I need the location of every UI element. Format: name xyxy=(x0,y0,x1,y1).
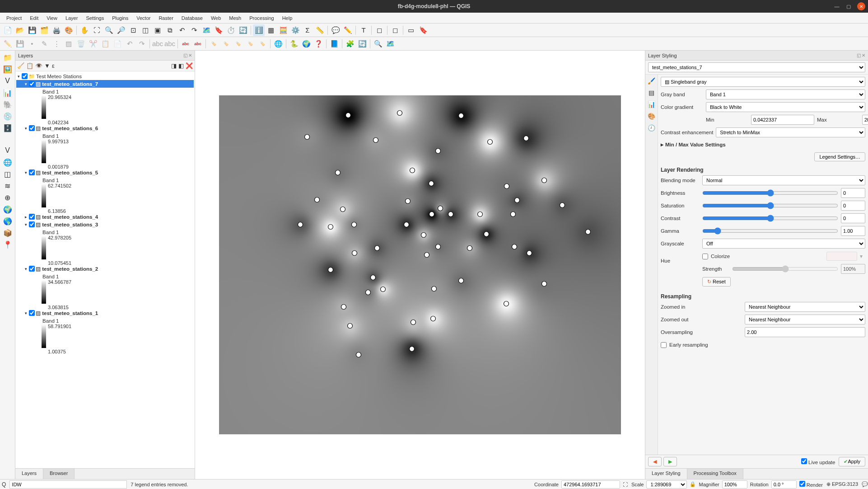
table-icon[interactable]: ▦ xyxy=(265,24,277,36)
style-preset-icon[interactable]: 🧹 xyxy=(17,61,24,71)
zoomed-in-select[interactable]: Nearest Neighbour xyxy=(745,302,865,312)
select-value-icon[interactable]: 🔖 xyxy=(417,24,429,36)
brightness-input[interactable] xyxy=(841,188,865,198)
pan-icon[interactable]: ✋ xyxy=(79,24,90,36)
manage-visibility-icon[interactable]: 👁️ xyxy=(35,61,42,71)
locator-search-input[interactable] xyxy=(9,480,127,489)
tab-layer-styling[interactable]: Layer Styling xyxy=(645,469,687,479)
menu-edit[interactable]: Edit xyxy=(26,14,42,22)
temporal-icon[interactable]: ⏱️ xyxy=(225,24,237,36)
osm2-icon[interactable]: 🗺️ xyxy=(384,38,396,50)
add-wfs-icon[interactable]: ⊕ xyxy=(2,193,14,202)
map-canvas[interactable] xyxy=(195,51,645,479)
histogram-tab-icon[interactable]: 📊 xyxy=(647,100,656,109)
statistics-icon[interactable]: Σ xyxy=(302,24,313,36)
add-gpkg-icon[interactable]: 📦 xyxy=(2,228,14,238)
map-tips-icon[interactable]: 💬 xyxy=(330,24,341,36)
label-y1-icon[interactable]: 🏷️ xyxy=(208,38,219,50)
menu-vector[interactable]: Vector xyxy=(133,14,154,22)
save-project-icon[interactable]: 💾 xyxy=(26,24,38,36)
remove-layer-icon[interactable]: ❌ xyxy=(186,61,193,71)
max-input[interactable] xyxy=(862,115,868,125)
add-arcgis-icon[interactable]: 🌎 xyxy=(2,216,14,226)
deselect-icon[interactable]: ◻ xyxy=(389,24,401,36)
zoom-in-icon[interactable]: 🔍 xyxy=(103,24,115,36)
filter-expr-icon[interactable]: ε xyxy=(52,61,55,71)
scale-select[interactable]: 1:289069 xyxy=(646,480,687,489)
style-forward-button[interactable]: ▶ xyxy=(663,457,677,466)
tab-processing-toolbox[interactable]: Processing Toolbox xyxy=(687,469,743,479)
abc-deselect-icon[interactable]: abc xyxy=(164,38,176,50)
tab-browser[interactable]: Browser xyxy=(43,469,75,479)
render-checkbox[interactable] xyxy=(799,481,805,487)
brightness-slider[interactable] xyxy=(702,190,838,196)
menu-web[interactable]: Web xyxy=(207,14,224,22)
toolbox-icon[interactable]: ⚙️ xyxy=(289,24,301,36)
add-raster-icon[interactable]: 🖼️ xyxy=(2,64,14,74)
live-update-label[interactable]: Live update xyxy=(801,458,835,465)
menu-layer[interactable]: Layer xyxy=(62,14,82,22)
layout-manager-icon[interactable]: 🖨️ xyxy=(51,24,62,36)
lock-icon[interactable]: 🔒 xyxy=(690,481,696,487)
field-calc-icon[interactable]: 🧮 xyxy=(277,24,289,36)
gray-band-select[interactable]: Band 1 xyxy=(706,89,865,99)
style-back-button[interactable]: ◀ xyxy=(648,457,662,466)
legend-settings-button[interactable]: Legend Settings… xyxy=(814,152,865,161)
style-manager-icon[interactable]: 🎨 xyxy=(63,24,75,36)
add-postgis-icon[interactable]: 🐘 xyxy=(2,99,14,109)
saturation-input[interactable] xyxy=(841,201,865,211)
paste-icon[interactable]: 📄 xyxy=(112,38,123,50)
copy-icon[interactable]: 📋 xyxy=(99,38,111,50)
menu-project[interactable]: Project xyxy=(3,14,25,22)
min-input[interactable] xyxy=(751,115,814,125)
menu-view[interactable]: View xyxy=(43,14,61,22)
zoom-out-icon[interactable]: 🔎 xyxy=(115,24,127,36)
blending-select[interactable]: Normal xyxy=(702,175,865,185)
new-map-view-icon[interactable]: 🗺️ xyxy=(201,24,212,36)
menu-help[interactable]: Help xyxy=(279,14,296,22)
label-y5-icon[interactable]: 🏷️ xyxy=(257,38,268,50)
coordinate-input[interactable] xyxy=(561,480,620,489)
redo-icon[interactable]: ↷ xyxy=(136,38,148,50)
rendering-tab-icon[interactable]: 🎨 xyxy=(647,112,656,121)
python-icon[interactable]: 🐍 xyxy=(288,38,300,50)
zoomed-out-select[interactable]: Nearest Neighbour xyxy=(745,315,865,324)
close-button[interactable]: ✕ xyxy=(857,2,865,10)
menu-processing[interactable]: Processing xyxy=(246,14,277,22)
pan-selection-icon[interactable]: ⛶ xyxy=(91,24,103,36)
collapse-all-icon[interactable]: ◧ xyxy=(178,61,184,71)
rotation-input[interactable] xyxy=(771,480,797,489)
text-annotation-icon[interactable]: T xyxy=(358,24,369,36)
apply-button[interactable]: ✔Apply xyxy=(839,457,865,466)
messages-icon[interactable]: 💬 xyxy=(862,481,868,487)
styling-undock-icon[interactable]: ◱ xyxy=(857,53,861,58)
help-icon[interactable]: ❓ xyxy=(313,38,324,50)
menu-settings[interactable]: Settings xyxy=(82,14,107,22)
cut-icon[interactable]: ✂️ xyxy=(87,38,99,50)
label-red-icon[interactable]: abc xyxy=(180,38,191,50)
grayscale-select[interactable]: Off xyxy=(702,239,865,249)
reset-button[interactable]: ↻ Reset xyxy=(702,277,731,287)
plugin-reload-icon[interactable]: 🔄 xyxy=(356,38,368,50)
help-book-icon[interactable]: 📘 xyxy=(328,38,340,50)
add-xyz-icon[interactable]: ◫ xyxy=(2,169,14,179)
filter-legend-icon[interactable]: ▼ xyxy=(44,61,50,71)
styling-close-icon[interactable]: ✕ xyxy=(862,53,865,58)
contrast-enh-select[interactable]: Stretch to MinMax xyxy=(716,127,865,137)
colorize-checkbox[interactable] xyxy=(702,254,708,259)
expand-all-icon[interactable]: ◨ xyxy=(171,61,177,71)
annotation-icon[interactable]: ✏️ xyxy=(342,24,354,36)
menu-database[interactable]: Database xyxy=(178,14,206,22)
render-label[interactable]: Render xyxy=(799,481,823,488)
contrast-slider[interactable] xyxy=(702,215,838,221)
panel-close-icon[interactable]: ✕ xyxy=(188,53,192,58)
plugin-manager-icon[interactable]: 🧩 xyxy=(344,38,356,50)
maximize-button[interactable]: ▢ xyxy=(845,3,852,9)
add-vector-icon[interactable]: 📁 xyxy=(2,52,14,62)
zoom-selection-icon[interactable]: ◫ xyxy=(140,24,151,36)
add-mesh-icon[interactable]: V xyxy=(2,76,14,86)
styling-layer-select[interactable]: test_meteo_stations_7 xyxy=(648,62,865,72)
add-mssql-icon[interactable]: 🗄️ xyxy=(2,123,14,133)
zoom-full-icon[interactable]: ⊡ xyxy=(127,24,139,36)
contrast-input[interactable] xyxy=(841,213,865,223)
